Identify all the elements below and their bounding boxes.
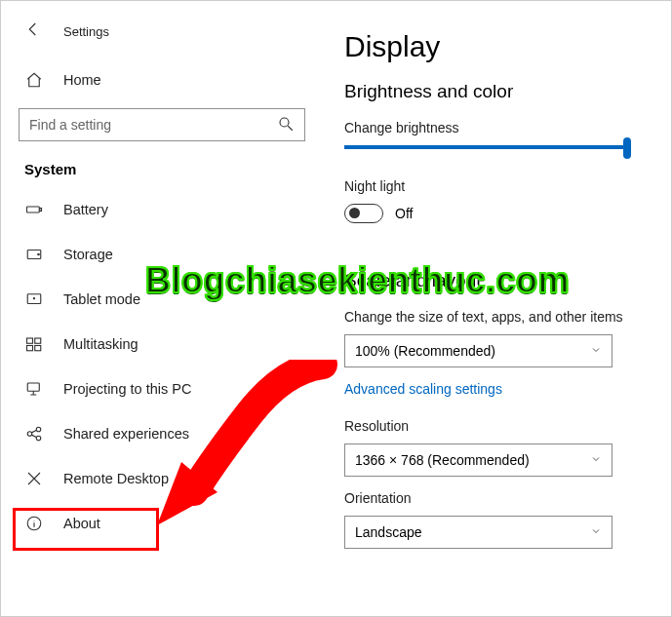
chevron-down-icon	[590, 525, 602, 540]
sidebar-section-title: System	[1, 141, 323, 187]
change-brightness-label: Change brightness	[344, 120, 648, 135]
orientation-value: Landscape	[355, 524, 422, 540]
header-row: Settings	[1, 15, 323, 48]
sidebar-item-label: Storage	[63, 247, 113, 262]
remote-desktop-icon	[24, 470, 44, 487]
search-icon	[277, 115, 295, 135]
main-content: Display Brightness and color Change brig…	[323, 1, 671, 616]
orientation-dropdown[interactable]: Landscape	[344, 516, 613, 549]
sidebar-item-label: Projecting to this PC	[63, 381, 191, 397]
shared-icon	[24, 425, 44, 443]
night-light-toggle-row: Off	[344, 204, 648, 223]
svg-rect-10	[35, 346, 41, 351]
resolution-value: 1366 × 768 (Recommended)	[355, 452, 530, 468]
search-wrap	[1, 102, 323, 141]
scale-value: 100% (Recommended)	[355, 343, 495, 359]
svg-rect-11	[27, 383, 39, 391]
search-box[interactable]	[19, 108, 305, 141]
svg-point-0	[280, 118, 289, 127]
sidebar-item-multitasking[interactable]: Multitasking	[1, 322, 323, 366]
search-input[interactable]	[29, 117, 277, 133]
sidebar-item-label: Shared experiences	[63, 426, 189, 442]
multitasking-icon	[24, 335, 44, 353]
night-light-value: Off	[395, 206, 413, 221]
resolution-dropdown[interactable]: 1366 × 768 (Recommended)	[344, 443, 613, 477]
sidebar-item-projecting[interactable]: Projecting to this PC	[1, 366, 323, 411]
brightness-heading: Brightness and color	[344, 81, 648, 102]
svg-rect-7	[27, 338, 33, 343]
scale-dropdown[interactable]: 100% (Recommended)	[344, 334, 613, 367]
home-icon	[24, 71, 44, 89]
sidebar-item-label: Remote Desktop	[63, 471, 169, 486]
svg-point-6	[33, 298, 34, 299]
sidebar-item-battery[interactable]: Battery	[1, 187, 323, 232]
home-label: Home	[63, 72, 101, 88]
toggle-knob-icon	[349, 208, 360, 218]
sidebar-item-remote-desktop[interactable]: Remote Desktop	[1, 456, 323, 501]
tablet-icon	[24, 290, 44, 308]
sidebar-item-storage[interactable]: Storage	[1, 232, 323, 277]
svg-point-13	[36, 427, 41, 432]
sidebar-item-about[interactable]: About	[1, 501, 323, 546]
sidebar-nav-list: Battery Storage Tablet mode Multitasking	[1, 187, 323, 546]
sidebar: Settings Home System Battery	[1, 1, 323, 616]
page-title: Display	[344, 30, 648, 63]
svg-rect-9	[27, 346, 33, 351]
slider-thumb-icon[interactable]	[623, 137, 631, 159]
svg-rect-2	[40, 209, 42, 212]
sidebar-item-label: Tablet mode	[63, 291, 140, 307]
night-light-toggle[interactable]	[344, 204, 383, 223]
chevron-down-icon	[590, 344, 602, 359]
svg-point-14	[36, 436, 41, 441]
settings-title: Settings	[63, 24, 109, 39]
brightness-slider[interactable]	[344, 145, 627, 149]
sidebar-item-label: Battery	[63, 202, 108, 217]
battery-icon	[24, 201, 44, 218]
svg-rect-1	[27, 207, 40, 212]
sidebar-item-label: Multitasking	[63, 336, 138, 352]
svg-point-12	[27, 432, 32, 437]
storage-icon	[24, 246, 44, 263]
settings-window: Settings Home System Battery	[0, 0, 672, 617]
info-icon	[24, 515, 44, 532]
projecting-icon	[24, 380, 44, 398]
chevron-down-icon	[590, 453, 602, 468]
night-light-label: Night light	[344, 178, 648, 194]
sidebar-item-shared-experiences[interactable]: Shared experiences	[1, 411, 323, 456]
svg-rect-8	[35, 338, 41, 343]
resolution-label: Resolution	[344, 418, 648, 434]
back-icon[interactable]	[24, 20, 42, 42]
orientation-label: Orientation	[344, 490, 648, 506]
scale-heading: Scale and layout	[344, 270, 648, 291]
svg-point-4	[38, 253, 40, 255]
sidebar-item-tablet-mode[interactable]: Tablet mode	[1, 277, 323, 322]
scale-label: Change the size of text, apps, and other…	[344, 309, 648, 325]
sidebar-item-label: About	[63, 516, 100, 531]
advanced-scaling-link[interactable]: Advanced scaling settings	[344, 381, 502, 397]
sidebar-item-home[interactable]: Home	[1, 58, 323, 102]
